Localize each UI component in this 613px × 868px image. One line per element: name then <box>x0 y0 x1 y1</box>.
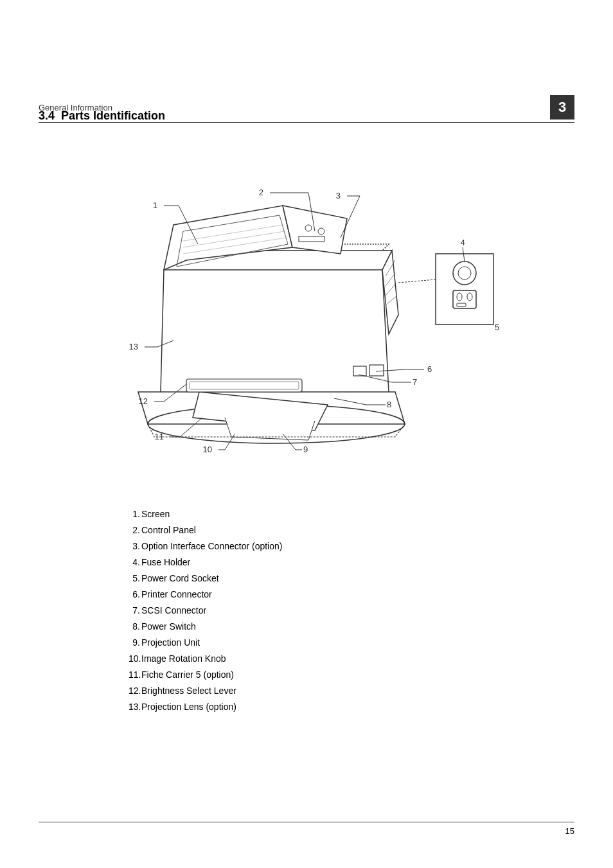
list-item-label: Brightness Select Lever <box>141 686 236 696</box>
list-item-label: Option Interface Connector (option) <box>141 541 282 551</box>
svg-line-35 <box>376 369 405 371</box>
list-item-label: Power Switch <box>141 621 196 632</box>
parts-diagram: 1 2 3 4 5 6 7 8 <box>39 141 540 501</box>
svg-text:11: 11 <box>155 432 164 441</box>
list-item: 2.Control Panel <box>129 524 574 537</box>
svg-text:4: 4 <box>460 238 465 247</box>
list-item-label: SCSI Connector <box>141 605 206 616</box>
svg-line-53 <box>164 384 186 402</box>
list-item-label: Fuse Holder <box>141 557 190 567</box>
section-title: 3.4 Parts Identification <box>39 109 165 123</box>
svg-text:6: 6 <box>427 364 432 374</box>
list-item-label: Power Cord Socket <box>141 573 219 583</box>
list-item-label: Projection Unit <box>141 637 200 648</box>
list-item: 13.Projection Lens (option) <box>129 700 574 714</box>
svg-rect-11 <box>186 379 302 392</box>
list-item: 11.Fiche Carrier 5 (option) <box>129 668 574 682</box>
parts-list-items: 1.Screen2.Control Panel3.Option Interfac… <box>129 508 574 714</box>
svg-rect-13 <box>353 366 366 376</box>
list-item: 12.Brightness Select Lever <box>129 684 574 698</box>
svg-rect-14 <box>369 365 384 376</box>
svg-text:2: 2 <box>259 188 263 197</box>
list-item: 7.SCSI Connector <box>129 604 574 617</box>
list-item-label: Projection Lens (option) <box>141 702 236 712</box>
svg-text:10: 10 <box>203 445 212 454</box>
svg-text:8: 8 <box>387 400 391 409</box>
diagram-area: 1 2 3 4 5 6 7 8 <box>39 141 574 501</box>
page: General Information 3 3.4 Parts Identifi… <box>0 0 613 868</box>
list-item: 9.Projection Unit <box>129 636 574 650</box>
svg-line-50 <box>180 418 202 437</box>
list-item-label: Printer Connector <box>141 589 212 599</box>
list-item: 8.Power Switch <box>129 620 574 633</box>
svg-text:1: 1 <box>153 200 157 210</box>
svg-text:3: 3 <box>336 191 341 200</box>
svg-text:12: 12 <box>139 396 148 406</box>
list-item-label: Fiche Carrier 5 (option) <box>141 669 234 680</box>
svg-line-22 <box>398 279 436 283</box>
svg-rect-15 <box>436 254 493 324</box>
svg-line-56 <box>157 341 173 347</box>
list-item: 3.Option Interface Connector (option) <box>129 540 574 553</box>
chapter-number-box: 3 <box>550 95 574 120</box>
list-item: 6.Printer Connector <box>129 588 574 601</box>
parts-list: 1.Screen2.Control Panel3.Option Interfac… <box>129 508 574 716</box>
list-item: 1.Screen <box>129 508 574 521</box>
list-item-label: Control Panel <box>141 525 196 535</box>
list-item: 10.Image Rotation Knob <box>129 652 574 666</box>
svg-line-41 <box>334 398 366 405</box>
svg-text:13: 13 <box>129 342 138 351</box>
svg-text:9: 9 <box>303 445 308 454</box>
list-item-label: Image Rotation Knob <box>141 653 226 664</box>
list-item: 5.Power Cord Socket <box>129 572 574 585</box>
page-number: 15 <box>565 826 574 836</box>
list-item-label: Screen <box>141 509 170 519</box>
footer-bar: 15 <box>39 822 574 836</box>
svg-text:5: 5 <box>495 323 499 332</box>
list-item: 4.Fuse Holder <box>129 556 574 569</box>
svg-text:7: 7 <box>413 377 417 387</box>
svg-line-29 <box>341 196 360 238</box>
